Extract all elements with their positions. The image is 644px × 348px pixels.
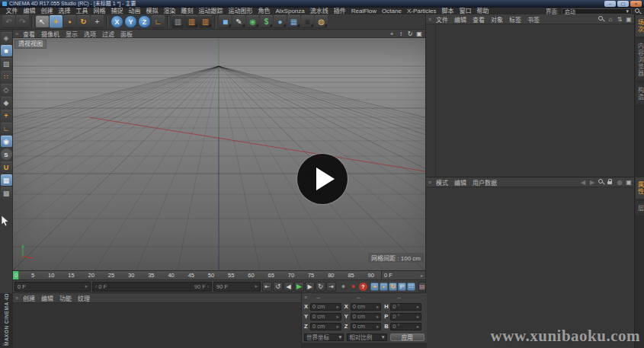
size-y-field[interactable]: 0 cm▸	[351, 313, 382, 321]
menu-item[interactable]: 插件	[331, 8, 348, 14]
add-camera-icon[interactable]: ◙	[301, 15, 314, 28]
dock-icon[interactable]: ▣	[626, 178, 632, 186]
interface-dropdown[interactable]: 启动 ▾	[562, 8, 632, 14]
menu-item[interactable]: 运动图形	[226, 8, 255, 14]
attribute-content-area[interactable]	[426, 187, 634, 348]
coordinate-system-icon[interactable]: ∟	[152, 15, 165, 28]
menu-item[interactable]: AlxSponza	[273, 8, 307, 14]
menu-item[interactable]: X-Particles	[404, 8, 439, 14]
make-editable-icon[interactable]: ◈	[1, 32, 12, 43]
dock-tab[interactable]: 属性	[636, 177, 644, 199]
menu-item[interactable]: 动画	[126, 8, 143, 14]
scale-tool-icon[interactable]: ▪	[63, 15, 76, 28]
last-tool-icon[interactable]: +	[91, 15, 104, 28]
zoom-view-icon[interactable]: ↕	[397, 30, 405, 37]
viewport-view-label[interactable]: 透视视图	[14, 40, 46, 49]
object-list-area[interactable]	[426, 24, 634, 177]
object-manager-menu-item[interactable]: 书签	[524, 15, 543, 24]
menu-item[interactable]: 角色	[255, 8, 273, 14]
attribute-manager-menu-item[interactable]: 用户数据	[469, 178, 500, 187]
focus-icon[interactable]: ◎	[617, 178, 623, 186]
home-icon[interactable]: ⌂	[607, 15, 614, 23]
key-rotation-toggle[interactable]: ↻	[389, 283, 397, 291]
viewport-menu-item[interactable]: 摄像机	[38, 30, 62, 38]
object-manager-menu-item[interactable]: 对象	[488, 15, 506, 24]
menu-item[interactable]: 捕捉	[108, 8, 126, 14]
pan-view-icon[interactable]: +	[388, 30, 396, 37]
menu-item[interactable]: 渲染	[161, 8, 178, 14]
dock-tab[interactable]: 层	[636, 201, 644, 216]
forward-icon[interactable]: ▶	[589, 178, 595, 186]
toolbar-separator[interactable]	[106, 16, 108, 28]
dock-tab[interactable]: 内容浏览器	[636, 39, 644, 81]
panel-drag-handle-icon[interactable]: ≡	[428, 17, 431, 22]
rotation-h-field[interactable]: 0 °▸	[390, 303, 421, 311]
panel-drag-handle-icon[interactable]: ≡	[304, 295, 307, 300]
menu-item[interactable]: Octane	[380, 8, 405, 14]
menu-item[interactable]: 模拟	[143, 8, 161, 14]
toolbar-separator[interactable]	[214, 16, 216, 28]
panel-drag-handle-icon[interactable]: ≡	[2, 342, 5, 347]
material-manager-menu-item[interactable]: 功能	[56, 294, 75, 302]
timeline-ruler[interactable]: 051015202530354045505560657075808590 0 F…	[13, 270, 425, 280]
polygon-mode-icon[interactable]: ◆	[1, 97, 12, 108]
rotation-b-field[interactable]: 0 °▸	[390, 323, 421, 330]
snap-icon[interactable]: S	[1, 148, 12, 160]
model-mode-icon[interactable]: ■	[1, 45, 12, 56]
current-frame-box[interactable]: 0 F ▸	[381, 271, 425, 279]
live-selection-icon[interactable]: ↖	[36, 15, 49, 28]
workplane-icon[interactable]: ∟	[1, 123, 12, 134]
search-icon[interactable]	[598, 179, 604, 185]
viewport-menu-item[interactable]: 面板	[117, 30, 136, 38]
rotation-p-field[interactable]: 0 °▸	[390, 313, 421, 321]
point-mode-icon[interactable]: ∷	[1, 71, 12, 82]
panel-drag-handle-icon[interactable]: ≡	[428, 180, 431, 185]
viewport-menu-item[interactable]: 过滤	[99, 30, 117, 38]
maximize-button[interactable]: ▢	[617, 1, 629, 7]
menu-item[interactable]: 雕刻	[178, 8, 196, 14]
stepper-icon[interactable]: ▸	[255, 283, 258, 289]
menu-item[interactable]: RealFlow	[348, 8, 379, 14]
viewport-menu-item[interactable]: 选项	[81, 30, 99, 38]
goto-start-button[interactable]: ⇤	[262, 282, 272, 292]
menu-item[interactable]: 窗口	[457, 8, 474, 14]
position-x-field[interactable]: 0 cm▸	[310, 303, 341, 311]
menu-item[interactable]: 运动跟踪	[196, 8, 226, 14]
menu-item[interactable]: 选择	[56, 8, 73, 14]
render-view-icon[interactable]: ▥	[171, 15, 184, 28]
edge-mode-icon[interactable]: ◇	[1, 84, 12, 95]
coordinate-system-dropdown[interactable]: 世界坐标▾	[304, 334, 344, 341]
sync-icon[interactable]: ⇅	[617, 15, 623, 23]
previous-frame-button[interactable]: ◀	[284, 282, 293, 292]
preview-range-slider[interactable]: ‹ 0 F 90 F ›	[92, 282, 212, 292]
play-reverse-button[interactable]: ↺	[273, 282, 283, 292]
add-generator-icon[interactable]: ◉	[246, 15, 259, 28]
dock-tab[interactable]: 构造	[636, 83, 644, 104]
viewport-solo-icon[interactable]: ◉	[1, 136, 12, 147]
lock-y-axis-icon[interactable]: Y	[124, 15, 137, 28]
texture-mode-icon[interactable]: ▨	[1, 58, 12, 69]
material-list-area[interactable]	[13, 303, 301, 348]
panel-drag-handle-icon[interactable]: ≡	[15, 295, 18, 301]
object-manager-menu-item[interactable]: 文件	[433, 15, 451, 24]
next-frame-button[interactable]: ▶	[305, 282, 315, 292]
autokey-button[interactable]: ●	[349, 283, 357, 291]
object-axis-icon[interactable]: +	[1, 110, 12, 121]
goto-end-button[interactable]: ⇥	[326, 282, 336, 292]
video-play-button[interactable]	[297, 154, 348, 204]
search-icon[interactable]	[635, 8, 641, 14]
key-parameter-toggle[interactable]: P	[398, 283, 406, 291]
object-manager-menu-item[interactable]: 标签	[506, 15, 524, 24]
render-settings-icon[interactable]: ▥	[199, 15, 212, 28]
material-manager-menu-item[interactable]: 创建	[20, 294, 38, 302]
magnet-icon[interactable]: U	[1, 161, 12, 173]
menu-item[interactable]: 创建	[38, 8, 56, 14]
lock-x-axis-icon[interactable]: X	[111, 15, 123, 28]
viewport-menu-item[interactable]: 显示	[62, 30, 81, 38]
add-primitive-icon[interactable]: ■	[219, 15, 232, 28]
loop-button[interactable]: ↻	[316, 282, 325, 292]
menu-item[interactable]: 编辑	[21, 8, 38, 14]
redo-icon[interactable]: ↷	[16, 15, 29, 28]
keyframe-options-button[interactable]: ?	[359, 283, 367, 291]
attribute-manager-menu-item[interactable]: 编辑	[451, 178, 469, 187]
